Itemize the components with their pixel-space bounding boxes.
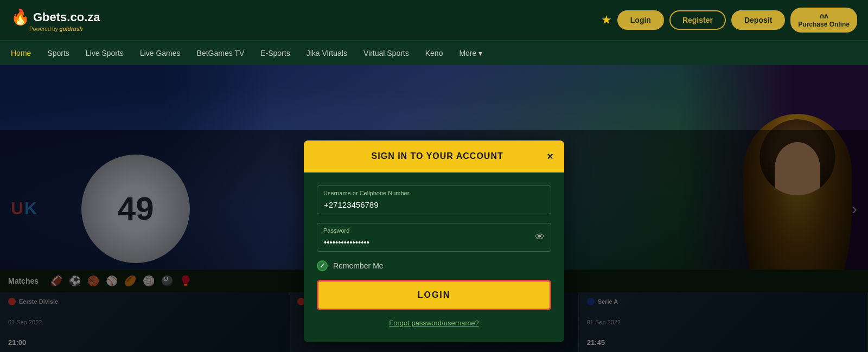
checkmark-icon: ✓ — [320, 262, 325, 270]
nav-item-more[interactable]: More ▾ — [459, 42, 482, 64]
password-field-group: Password 👁 — [317, 223, 551, 252]
header-actions: ★ Login Register Deposit ሰለ Purchase Onl… — [601, 8, 857, 33]
modal-login-button[interactable]: LOGIN — [317, 280, 551, 310]
username-label: Username or Cellphone Number — [323, 190, 409, 196]
purchase-line1: ሰለ — [798, 12, 850, 21]
goldrush-label: goldrush — [60, 26, 83, 32]
nav-item-keno[interactable]: Keno — [425, 42, 443, 64]
remember-me-row: ✓ Remember Me — [317, 260, 551, 271]
password-input[interactable] — [317, 223, 551, 252]
nav-item-jika-virtuals[interactable]: Jika Virtuals — [307, 42, 347, 64]
site-name: Gbets.co.za — [33, 10, 100, 24]
modal-overlay: SIGN IN TO YOUR ACCOUNT × Username or Ce… — [0, 130, 868, 352]
password-label: Password — [323, 227, 349, 234]
username-field-group: Username or Cellphone Number — [317, 185, 551, 214]
logo-area: 🔥 Gbets.co.za Powered by goldrush — [11, 8, 100, 32]
remember-me-checkbox[interactable]: ✓ — [317, 260, 328, 271]
modal-body: Username or Cellphone Number Password 👁 … — [304, 172, 564, 342]
favorites-icon[interactable]: ★ — [601, 13, 612, 27]
toggle-password-icon[interactable]: 👁 — [535, 232, 545, 243]
nav-item-home[interactable]: Home — [11, 42, 31, 64]
nav-item-esports[interactable]: E-Sports — [260, 42, 290, 64]
hero-section: UK 49 LUNCH ! › Matches 🏈 ⚽ � — [0, 65, 868, 352]
nav-item-sports[interactable]: Sports — [47, 42, 69, 64]
nav-item-betgames-tv[interactable]: BetGames TV — [197, 42, 245, 64]
powered-by: Powered by goldrush — [29, 26, 82, 32]
nav-item-live-sports[interactable]: Live Sports — [86, 42, 124, 64]
flame-icon: 🔥 — [11, 8, 30, 26]
login-button[interactable]: Login — [617, 10, 664, 30]
login-modal: SIGN IN TO YOUR ACCOUNT × Username or Ce… — [304, 140, 564, 342]
forgot-password-link[interactable]: Forgot password/username? — [317, 319, 551, 331]
header: 🔥 Gbets.co.za Powered by goldrush ★ Logi… — [0, 0, 868, 41]
deposit-button[interactable]: Deposit — [731, 10, 785, 30]
nav-item-virtual-sports[interactable]: Virtual Sports — [363, 42, 409, 64]
modal-close-button[interactable]: × — [547, 150, 553, 163]
purchase-line2: Purchase Online — [798, 21, 850, 28]
purchase-button[interactable]: ሰለ Purchase Online — [790, 8, 857, 33]
logo-main: 🔥 Gbets.co.za — [11, 8, 100, 26]
main-nav: Home Sports Live Sports Live Games BetGa… — [0, 41, 868, 65]
register-button[interactable]: Register — [669, 10, 726, 30]
modal-title: SIGN IN TO YOUR ACCOUNT — [328, 151, 547, 161]
remember-me-label: Remember Me — [333, 261, 384, 270]
nav-item-live-games[interactable]: Live Games — [140, 42, 181, 64]
modal-header: SIGN IN TO YOUR ACCOUNT × — [304, 140, 564, 172]
